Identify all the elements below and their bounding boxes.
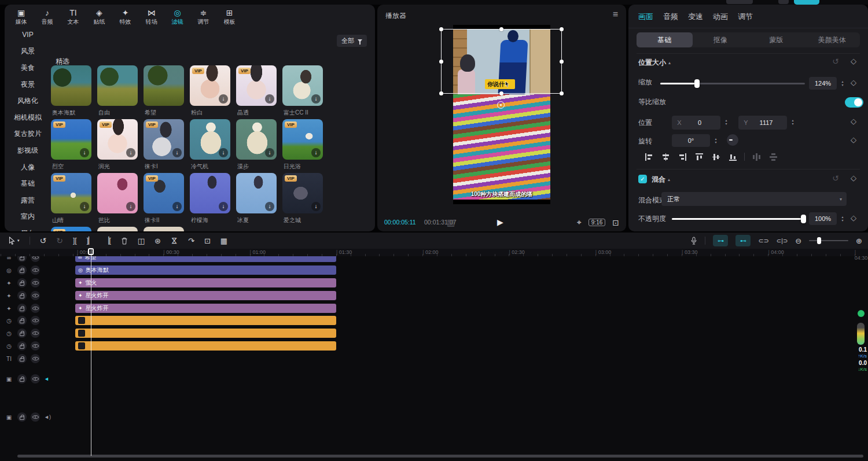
align-bottom-button[interactable] [727,152,738,162]
uniform-scale-toggle[interactable] [845,97,863,108]
horizontal-scrollbar[interactable] [17,455,863,458]
auto-snap-toggle[interactable]: ⊶ [713,235,728,246]
filter-thumbnail[interactable]: VIP↓ [51,227,91,231]
lock-button[interactable] [17,265,27,275]
distribute-h-button[interactable] [751,152,762,162]
download-icon[interactable]: ↓ [219,202,228,211]
sidebar-item-12[interactable]: 黑白 [5,225,51,231]
filter-card[interactable]: VIP↓粉白 [189,65,235,119]
keyframe-icon[interactable]: ◇ [851,78,856,87]
scale-slider-handle[interactable] [694,79,700,88]
sidebar-item-10[interactable]: 露营 [5,192,51,209]
undo-button[interactable]: ↺ [40,236,47,245]
download-icon[interactable]: ↓ [172,148,182,157]
filter-thumbnail[interactable]: ↓ [282,65,323,106]
selection-handle[interactable] [439,91,443,95]
lock-button[interactable] [17,291,27,300]
keyframe-icon[interactable]: ◇ [851,135,856,144]
mirror-button[interactable]: ⋈ [170,237,179,245]
keyframe-icon[interactable]: ◇ [851,213,856,222]
filter-thumbnail[interactable]: ↓ [236,173,277,213]
filter-thumbnail[interactable]: ↓ [190,119,230,160]
align-center-h-button[interactable] [660,152,671,162]
reset-icon[interactable]: ↺ [832,57,839,66]
filter-card[interactable]: VIP↓晶透 [235,65,281,119]
selection-handle[interactable] [560,91,564,95]
filter-thumbnail[interactable]: VIP↓ [51,173,91,213]
link-button[interactable]: ⊂⊃ [758,237,768,245]
sidebar-item-3[interactable]: 夜景 [5,76,51,93]
sidebar-item-6[interactable]: 复古胶片 [5,126,51,143]
speaker-icon[interactable]: ◄ [44,376,49,382]
filter-thumbnail[interactable]: VIP↓ [282,173,323,213]
timeline-zoom-out-icon[interactable]: ⊖ [795,237,801,245]
lock-button[interactable] [17,412,27,422]
filter-thumbnail[interactable]: VIP↓ [51,119,91,160]
filter-thumbnail[interactable]: ↓ [97,173,138,213]
download-icon[interactable]: ↓ [265,202,274,211]
speed-button[interactable]: ⊛ [155,237,161,245]
visibility-button[interactable] [31,291,40,300]
position-x-stepper[interactable]: ▴▾ [723,116,730,128]
filter-card[interactable]: 奥本海默 [50,65,96,119]
download-icon[interactable]: ↓ [80,148,89,157]
filter-card[interactable]: 希望 [142,65,189,119]
titlebar-button[interactable] [778,0,789,4]
keyframe-icon[interactable]: ◇ [851,174,856,182]
visibility-button[interactable] [31,304,40,313]
keyframe-icon[interactable]: ◇ [851,117,856,126]
opacity-slider-handle[interactable] [801,215,806,223]
props-tab-audio[interactable]: 音频 [663,12,678,22]
filter-card[interactable]: ↓冰夏 [235,173,281,227]
download-icon[interactable]: ↓ [265,148,274,157]
position-x-field[interactable]: X 0 [672,116,720,130]
subtitle-chip[interactable]: 你说什 [485,79,515,89]
track-clip[interactable]: ✦星火炸开 [75,291,336,300]
filter-thumbnail[interactable]: VIP↓ [97,119,138,160]
filter-thumbnail[interactable] [144,65,184,106]
select-tool-button[interactable]: ▾ [8,237,20,245]
selection-handle[interactable] [560,27,564,31]
download-icon[interactable]: ↓ [219,148,228,157]
selection-handle[interactable] [499,27,503,31]
tab-media[interactable]: ▣媒体 [8,8,34,27]
filter-thumbnail[interactable] [51,65,91,106]
filter-card[interactable]: VIP↓徕卡I [142,119,189,173]
position-y-field[interactable]: Y 1117 [738,116,787,130]
tab-transition[interactable]: ⋈转场 [138,8,164,27]
lock-button[interactable] [17,341,27,351]
visibility-button[interactable] [31,278,40,287]
download-icon[interactable]: ↓ [311,94,321,104]
download-icon[interactable]: ↓ [126,202,135,211]
visibility-button[interactable] [31,341,40,351]
sidebar-item-9[interactable]: 基础 [5,175,51,192]
player-menu-icon[interactable]: ≡ [613,9,618,20]
delete-right-button[interactable]: ▕[ [104,237,111,245]
position-y-stepper[interactable]: ▴▾ [789,116,796,128]
filter-card[interactable]: VIP↓烈空 [50,119,96,173]
filter-card[interactable]: ↓芭比 [96,173,142,227]
subtab-beauty[interactable]: 美颜美体 [804,32,860,47]
filter-thumbnail[interactable]: VIP↓ [190,65,230,106]
timeline-zoom-slider[interactable] [809,240,848,241]
playhead-handle[interactable] [88,248,94,255]
sidebar-item-1[interactable]: 风景 [5,43,51,60]
visibility-button[interactable] [31,265,40,275]
align-top-button[interactable] [694,152,704,162]
rotate-dial[interactable] [727,134,738,146]
filter-thumbnail[interactable]: VIP↓ [144,173,184,213]
track-clip[interactable]: ✦星火炸开 [75,304,336,313]
filter-card[interactable]: VIP↓山晴 [50,173,96,227]
visibility-button[interactable] [31,329,40,338]
sidebar-item-8[interactable]: 人像 [5,159,51,176]
tab-audio[interactable]: ♪音频 [34,8,60,27]
rotate-clip-button[interactable]: ↷ [188,237,194,245]
filter-card[interactable]: 自由 [96,65,142,119]
track-clip[interactable] [75,316,336,325]
filter-thumbnail[interactable]: VIP↓ [236,65,277,106]
focus-frame-icon[interactable]: ⌖ [577,217,582,227]
fullscreen-icon[interactable]: ⊡ [612,218,619,227]
aspect-ratio-button[interactable]: 9:16 [589,219,605,226]
align-center-v-button[interactable] [711,152,721,162]
filter-thumbnail[interactable]: ↓ [190,173,230,213]
